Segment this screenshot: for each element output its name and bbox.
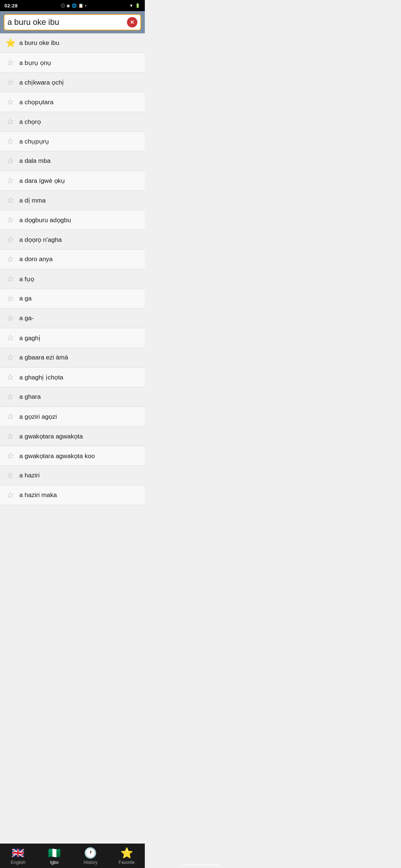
list-item[interactable]: ☆a chịkwara ọchị bbox=[0, 73, 145, 92]
star-empty-icon[interactable]: ☆ bbox=[4, 391, 16, 403]
list-item[interactable]: ☆a ga- bbox=[0, 309, 145, 328]
star-empty-icon[interactable]: ☆ bbox=[4, 214, 16, 226]
list-item[interactable]: ☆a ghara bbox=[0, 387, 145, 407]
list-item-text: a ga- bbox=[19, 315, 140, 322]
list-container: ⭐a buru oke ibu☆a bụrụ ọnụ☆a chịkwara ọc… bbox=[0, 33, 145, 505]
list-item[interactable]: ☆a dala mba bbox=[0, 151, 145, 171]
star-empty-icon[interactable]: ☆ bbox=[4, 175, 16, 187]
star-empty-icon[interactable]: ☆ bbox=[4, 293, 16, 305]
list-item[interactable]: ☆a chọrọ bbox=[0, 112, 145, 132]
star-filled-icon[interactable]: ⭐ bbox=[4, 37, 16, 49]
list-item[interactable]: ☆a fụọ bbox=[0, 269, 145, 289]
list-item-text: a fụọ bbox=[19, 275, 140, 283]
list-item[interactable]: ☆a gọziri agọzi bbox=[0, 407, 145, 427]
star-empty-icon[interactable]: ☆ bbox=[4, 470, 16, 481]
list-item[interactable]: ☆a chọpụtara bbox=[0, 92, 145, 112]
search-bar bbox=[4, 14, 141, 30]
star-empty-icon[interactable]: ☆ bbox=[4, 253, 16, 265]
list-item[interactable]: ☆a ga bbox=[0, 289, 145, 309]
star-empty-icon[interactable]: ☆ bbox=[4, 194, 16, 206]
list-item[interactable]: ☆a chụpụrụ bbox=[0, 132, 145, 151]
list-item[interactable]: ☆a ghaghị ịchọta bbox=[0, 368, 145, 387]
list-item-text: a chịkwara ọchị bbox=[19, 79, 140, 86]
star-empty-icon[interactable]: ☆ bbox=[4, 76, 16, 88]
list-item-text: a gọziri agọzi bbox=[19, 413, 140, 421]
list-item[interactable]: ☆a dara ígwè ọkụ bbox=[0, 171, 145, 191]
list-item-text: a ghaghị ịchọta bbox=[19, 374, 140, 381]
list-item-text: a chọpụtara bbox=[19, 98, 140, 106]
list-item-text: a chọrọ bbox=[19, 118, 140, 126]
list-item[interactable]: ☆a gwakọtara agwakọta koo bbox=[0, 446, 145, 466]
vpn-icon: ◉ bbox=[66, 3, 70, 8]
status-time: 02:28 bbox=[4, 3, 18, 9]
list-item-text: a gaghị bbox=[19, 334, 140, 342]
star-empty-icon[interactable]: ☆ bbox=[4, 57, 16, 69]
search-clear-button[interactable] bbox=[127, 17, 137, 27]
star-empty-icon[interactable]: ☆ bbox=[4, 96, 16, 108]
list-item-text: a buru oke ibu bbox=[19, 39, 140, 47]
status-right-icons: ▼ 🔋 bbox=[129, 3, 140, 8]
wifi-icon: ▼ bbox=[129, 3, 133, 8]
list-item-text: a haziri bbox=[19, 472, 140, 479]
list-item-text: a gwakọtara agwakọta bbox=[19, 433, 140, 440]
list-item[interactable]: ☆a doro anya bbox=[0, 250, 145, 269]
list-item-text: a dị mma bbox=[19, 197, 140, 204]
star-empty-icon[interactable]: ☆ bbox=[4, 489, 16, 501]
list-item-text: a bụrụ ọnụ bbox=[19, 59, 140, 67]
list-item[interactable]: ☆a haziri bbox=[0, 466, 145, 486]
list-item[interactable]: ☆a dọọrọ n'agha bbox=[0, 230, 145, 250]
status-center-icons: ⓘ ◉ 🌐 📋 • bbox=[61, 3, 87, 9]
status-bar: 02:28 ⓘ ◉ 🌐 📋 • ▼ 🔋 bbox=[0, 0, 145, 11]
globe-icon: 🌐 bbox=[72, 3, 77, 8]
star-empty-icon[interactable]: ☆ bbox=[4, 116, 16, 128]
list-item-text: a gbaara ezi àmà bbox=[19, 354, 140, 361]
star-empty-icon[interactable]: ☆ bbox=[4, 430, 16, 442]
star-empty-icon[interactable]: ☆ bbox=[4, 371, 16, 383]
task-icon: 📋 bbox=[78, 3, 84, 8]
star-empty-icon[interactable]: ☆ bbox=[4, 411, 16, 423]
search-bar-wrapper bbox=[0, 11, 145, 33]
list-item[interactable]: ☆a dọgburu adọgbu bbox=[0, 210, 145, 230]
info-icon: ⓘ bbox=[61, 3, 65, 9]
list-item[interactable]: ☆a dị mma bbox=[0, 191, 145, 210]
list-item-text: a ga bbox=[19, 295, 140, 302]
list-item-text: a doro anya bbox=[19, 256, 140, 263]
star-empty-icon[interactable]: ☆ bbox=[4, 155, 16, 167]
list-item[interactable]: ☆a bụrụ ọnụ bbox=[0, 53, 145, 73]
list-item[interactable]: ☆a gwakọtara agwakọta bbox=[0, 427, 145, 446]
list-item-text: a dala mba bbox=[19, 157, 140, 165]
list-item-text: a ghara bbox=[19, 393, 140, 401]
list-item-text: a dọgburu adọgbu bbox=[19, 216, 140, 224]
list-item[interactable]: ☆a gaghị bbox=[0, 328, 145, 348]
star-empty-icon[interactable]: ☆ bbox=[4, 234, 16, 246]
star-empty-icon[interactable]: ☆ bbox=[4, 450, 16, 462]
list-item[interactable]: ☆a haziri maka bbox=[0, 486, 145, 505]
list-item-text: a haziri maka bbox=[19, 491, 140, 499]
dot-icon: • bbox=[85, 3, 87, 8]
list-item[interactable]: ☆a gbaara ezi àmà bbox=[0, 348, 145, 368]
star-empty-icon[interactable]: ☆ bbox=[4, 332, 16, 344]
list-item-text: a chụpụrụ bbox=[19, 138, 140, 145]
results-list: ⭐a buru oke ibu☆a bụrụ ọnụ☆a chịkwara ọc… bbox=[0, 33, 145, 535]
list-item[interactable]: ⭐a buru oke ibu bbox=[0, 33, 145, 53]
list-item-text: a gwakọtara agwakọta koo bbox=[19, 452, 140, 460]
star-empty-icon[interactable]: ☆ bbox=[4, 135, 16, 147]
battery-icon: 🔋 bbox=[135, 3, 140, 8]
star-empty-icon[interactable]: ☆ bbox=[4, 273, 16, 285]
list-item-text: a dara ígwè ọkụ bbox=[19, 177, 140, 185]
star-empty-icon[interactable]: ☆ bbox=[4, 312, 16, 324]
star-empty-icon[interactable]: ☆ bbox=[4, 352, 16, 364]
list-item-text: a dọọrọ n'agha bbox=[19, 236, 140, 244]
search-input[interactable] bbox=[7, 17, 127, 27]
